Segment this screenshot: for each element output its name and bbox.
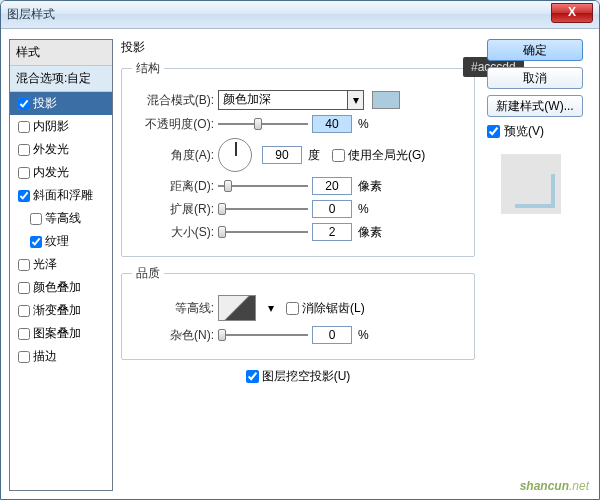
watermark: shancun.net bbox=[520, 477, 589, 493]
dialog-window: 图层样式 X 样式 混合选项:自定 投影 内阴影 外发光 内发光 斜面和浮雕 等… bbox=[0, 0, 600, 500]
sidebar-header[interactable]: 样式 bbox=[10, 40, 112, 66]
outer-glow-check[interactable] bbox=[18, 144, 30, 156]
titlebar[interactable]: 图层样式 X bbox=[1, 1, 599, 29]
style-contour[interactable]: 等高线 bbox=[10, 207, 112, 230]
spread-label: 扩展(R): bbox=[132, 201, 214, 218]
spread-slider[interactable] bbox=[218, 201, 308, 217]
style-inner-glow[interactable]: 内发光 bbox=[10, 161, 112, 184]
noise-slider[interactable] bbox=[218, 327, 308, 343]
style-satin[interactable]: 光泽 bbox=[10, 253, 112, 276]
contour-label: 等高线: bbox=[132, 300, 214, 317]
preview-thumbnail bbox=[501, 154, 561, 214]
style-stroke[interactable]: 描边 bbox=[10, 345, 112, 368]
cancel-button[interactable]: 取消 bbox=[487, 67, 583, 89]
style-outer-glow[interactable]: 外发光 bbox=[10, 138, 112, 161]
size-input[interactable]: 2 bbox=[312, 223, 352, 241]
distance-label: 距离(D): bbox=[132, 178, 214, 195]
satin-check[interactable] bbox=[18, 259, 30, 271]
preview-check[interactable]: 预览(V) bbox=[487, 123, 587, 140]
opacity-unit: % bbox=[358, 117, 369, 131]
contour-picker[interactable] bbox=[218, 295, 256, 321]
quality-legend: 品质 bbox=[132, 265, 164, 282]
distance-slider[interactable] bbox=[218, 178, 308, 194]
structure-group: 结构 混合模式(B): 颜色加深 ▾ #acccdd 不透明度(O): 40 % bbox=[121, 60, 475, 257]
angle-input[interactable]: 90 bbox=[262, 146, 302, 164]
distance-unit: 像素 bbox=[358, 178, 382, 195]
angle-unit: 度 bbox=[308, 147, 320, 164]
gradient-overlay-check[interactable] bbox=[18, 305, 30, 317]
main-panel: 投影 结构 混合模式(B): 颜色加深 ▾ #acccdd 不透明度(O): 4… bbox=[113, 39, 483, 491]
inner-glow-check[interactable] bbox=[18, 167, 30, 179]
quality-group: 品质 等高线: ▾ 消除锯齿(L) 杂色(N): 0 % bbox=[121, 265, 475, 360]
global-light-check[interactable]: 使用全局光(G) bbox=[332, 147, 425, 164]
style-inner-shadow[interactable]: 内阴影 bbox=[10, 115, 112, 138]
opacity-slider[interactable] bbox=[218, 116, 308, 132]
style-bevel[interactable]: 斜面和浮雕 bbox=[10, 184, 112, 207]
distance-input[interactable]: 20 bbox=[312, 177, 352, 195]
chevron-down-icon[interactable]: ▾ bbox=[348, 90, 364, 110]
window-title: 图层样式 bbox=[7, 6, 55, 23]
drop-shadow-check[interactable] bbox=[18, 98, 30, 110]
blend-mode-label: 混合模式(B): bbox=[132, 92, 214, 109]
sidebar-subheader[interactable]: 混合选项:自定 bbox=[10, 66, 112, 92]
antialias-check[interactable]: 消除锯齿(L) bbox=[286, 300, 365, 317]
spread-input[interactable]: 0 bbox=[312, 200, 352, 218]
noise-unit: % bbox=[358, 328, 369, 342]
opacity-label: 不透明度(O): bbox=[132, 116, 214, 133]
close-button[interactable]: X bbox=[551, 3, 593, 23]
noise-label: 杂色(N): bbox=[132, 327, 214, 344]
style-color-overlay[interactable]: 颜色叠加 bbox=[10, 276, 112, 299]
styles-sidebar: 样式 混合选项:自定 投影 内阴影 外发光 内发光 斜面和浮雕 等高线 纹理 光… bbox=[9, 39, 113, 491]
ok-button[interactable]: 确定 bbox=[487, 39, 583, 61]
style-gradient-overlay[interactable]: 渐变叠加 bbox=[10, 299, 112, 322]
opacity-input[interactable]: 40 bbox=[312, 115, 352, 133]
spread-unit: % bbox=[358, 202, 369, 216]
right-panel: 确定 取消 新建样式(W)... 预览(V) bbox=[483, 39, 591, 491]
structure-legend: 结构 bbox=[132, 60, 164, 77]
angle-dial[interactable] bbox=[218, 138, 252, 172]
dialog-body: 样式 混合选项:自定 投影 内阴影 外发光 内发光 斜面和浮雕 等高线 纹理 光… bbox=[1, 29, 599, 499]
panel-title: 投影 bbox=[121, 39, 475, 56]
color-swatch[interactable] bbox=[372, 91, 400, 109]
color-overlay-check[interactable] bbox=[18, 282, 30, 294]
pattern-overlay-check[interactable] bbox=[18, 328, 30, 340]
blend-mode-select[interactable]: 颜色加深 ▾ bbox=[218, 90, 364, 110]
new-style-button[interactable]: 新建样式(W)... bbox=[487, 95, 583, 117]
texture-check[interactable] bbox=[30, 236, 42, 248]
noise-input[interactable]: 0 bbox=[312, 326, 352, 344]
style-drop-shadow[interactable]: 投影 bbox=[10, 92, 112, 115]
stroke-check[interactable] bbox=[18, 351, 30, 363]
contour-check[interactable] bbox=[30, 213, 42, 225]
chevron-down-icon[interactable]: ▾ bbox=[268, 301, 274, 315]
style-texture[interactable]: 纹理 bbox=[10, 230, 112, 253]
bevel-check[interactable] bbox=[18, 190, 30, 202]
inner-shadow-check[interactable] bbox=[18, 121, 30, 133]
angle-label: 角度(A): bbox=[132, 147, 214, 164]
knockout-check[interactable]: 图层挖空投影(U) bbox=[246, 368, 351, 385]
size-unit: 像素 bbox=[358, 224, 382, 241]
size-label: 大小(S): bbox=[132, 224, 214, 241]
style-pattern-overlay[interactable]: 图案叠加 bbox=[10, 322, 112, 345]
size-slider[interactable] bbox=[218, 224, 308, 240]
